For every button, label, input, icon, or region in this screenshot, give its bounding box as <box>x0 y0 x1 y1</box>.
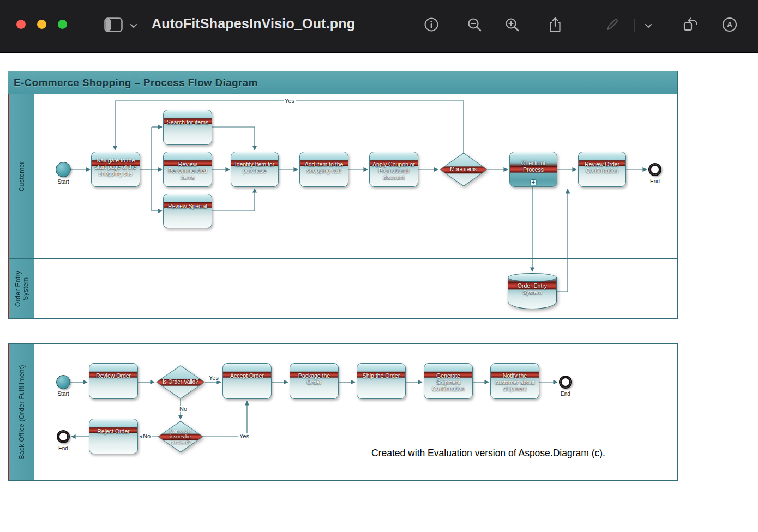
document-canvas: E-Commerce Shopping – Process Flow Diagr… <box>0 53 758 532</box>
annotate-button[interactable]: A <box>721 16 738 35</box>
task-reject-order: Reject Order <box>89 419 138 454</box>
toolbar-divider <box>634 19 635 32</box>
sidebar-icon <box>104 17 123 34</box>
zoom-out-icon <box>466 16 483 35</box>
task-search: Search for items <box>163 110 212 145</box>
connectors-svg <box>8 71 678 318</box>
start-label: Start <box>52 391 74 397</box>
task-review-confirmation: Review Order Confirmation <box>578 152 626 187</box>
edge-label-yes: Yes <box>238 433 250 439</box>
rotate-icon <box>683 17 699 34</box>
connector <box>212 127 255 150</box>
preview-window: AutoFitShapesInVisio_Out.png <box>0 0 758 532</box>
task-generate-confirmation: Generate Shipment Confirmation <box>424 363 473 399</box>
start-event <box>56 375 70 389</box>
close-button[interactable] <box>16 20 26 29</box>
window-title: AutoFitShapesInVisio_Out.png <box>152 16 355 32</box>
sidebar-menu-button[interactable] <box>129 16 139 35</box>
circled-a-icon: A <box>721 16 738 35</box>
markup-menu-button[interactable] <box>643 16 653 35</box>
zoom-in-button[interactable] <box>503 16 521 35</box>
task-navigate: Navigate to the start page of the shoppi… <box>91 152 140 187</box>
task-review-order: Review Order <box>89 363 138 399</box>
info-icon <box>424 17 439 34</box>
start-label: Start <box>52 179 74 185</box>
task-notify-customer: Notify the customer about shipment <box>490 363 539 399</box>
markup-button[interactable] <box>604 16 621 35</box>
share-icon <box>548 16 562 35</box>
zoom-window-button[interactable] <box>58 20 67 29</box>
minimize-button[interactable] <box>37 20 46 29</box>
zoom-out-button[interactable] <box>466 16 483 35</box>
connector <box>557 189 568 292</box>
task-review-recommended: Review Recommended Items <box>163 152 212 187</box>
end-label: End <box>644 178 666 184</box>
edge-label-no: No <box>142 433 152 439</box>
start-event <box>56 162 71 177</box>
task-package-order: Package the Order <box>290 363 339 399</box>
connector <box>203 401 247 437</box>
task-review-special: Review Special <box>163 194 212 228</box>
gateway-issues-resolved: Can order issues be resolved? <box>158 421 203 452</box>
gateway-more-items: More items <box>440 153 488 186</box>
flow-diagram-main: E-Commerce Shopping – Process Flow Diagr… <box>8 71 678 319</box>
end-event <box>648 163 661 176</box>
info-button[interactable] <box>423 16 440 35</box>
gateway-is-order-valid: Is Order Valid? <box>156 365 205 399</box>
edge-label-yes: Yes <box>208 374 220 381</box>
svg-text:A: A <box>727 20 732 29</box>
end-label: End <box>52 445 74 451</box>
task-accept-order: Accept Order <box>222 363 272 399</box>
sidebar-toggle-button[interactable] <box>104 16 123 35</box>
datastore-order-entry: Order Entry System <box>508 273 557 309</box>
connector <box>212 189 255 211</box>
window-toolbar: AutoFitShapesInVisio_Out.png <box>0 0 758 53</box>
rotate-button[interactable] <box>682 16 700 35</box>
end-label: End <box>555 391 576 397</box>
subprocess-checkout: Checkout Process + <box>509 152 557 187</box>
evaluation-watermark: Created with Evaluation version of Aspos… <box>371 448 605 459</box>
edge-label-no: No <box>178 406 188 412</box>
subprocess-plus-icon: + <box>531 179 537 185</box>
share-button[interactable] <box>546 16 564 35</box>
task-identify-item: Identify Item for purchase <box>231 152 279 187</box>
edge-label-yes: Yes <box>284 98 296 104</box>
flow-diagram-back-office: Back Office (Order Fulfillment) <box>8 343 678 481</box>
end-event <box>559 376 572 389</box>
task-add-item: Add item to the shopping cart <box>299 152 348 187</box>
task-ship-order: Ship the Order <box>357 363 406 399</box>
end-event <box>57 430 70 443</box>
chevron-down-icon <box>130 21 137 31</box>
markup-pen-icon <box>605 17 620 34</box>
task-apply-coupon: Apply Coupon or Promotional discount <box>369 152 418 187</box>
chevron-down-icon <box>645 21 652 31</box>
zoom-in-icon <box>504 16 520 35</box>
